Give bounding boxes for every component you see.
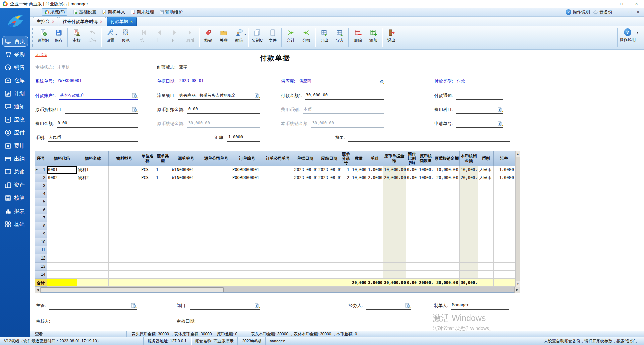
cell[interactable] <box>367 222 383 230</box>
cell[interactable] <box>351 206 367 214</box>
cell[interactable] <box>293 230 317 238</box>
cell[interactable] <box>47 198 77 206</box>
cell[interactable]: 人民币 <box>478 174 494 182</box>
cell[interactable]: 10,000.00 <box>434 166 460 174</box>
vertical-scroll-thumb[interactable] <box>516 157 520 281</box>
cell[interactable] <box>494 198 515 206</box>
toolbar-relate-button[interactable]: 关联 <box>216 27 231 43</box>
cell[interactable] <box>383 271 406 279</box>
cell[interactable] <box>155 246 171 254</box>
cell[interactable] <box>201 166 231 174</box>
column-header-16[interactable]: 预付比例(%) <box>406 151 418 166</box>
cell[interactable] <box>171 263 201 271</box>
sidebar-item-cashier[interactable]: 出纳 <box>2 154 28 164</box>
toolbar-copy-button[interactable]: 复制C <box>250 27 265 43</box>
cell[interactable] <box>171 254 201 263</box>
cell[interactable] <box>383 254 406 263</box>
cell[interactable] <box>109 222 140 230</box>
cell[interactable] <box>201 190 231 198</box>
cell[interactable] <box>406 271 418 279</box>
field-payment-account1-input[interactable]: 基本存款账户 <box>59 92 138 100</box>
cell[interactable] <box>171 246 201 254</box>
scroll-down-icon[interactable]: ▼ <box>516 282 520 287</box>
cell[interactable]: 0002 <box>47 174 77 182</box>
toolbar-settings-button[interactable]: ▼设置 <box>103 27 118 43</box>
cell[interactable]: WIN000001 <box>171 174 201 182</box>
cell[interactable] <box>406 222 418 230</box>
cell[interactable] <box>317 238 341 246</box>
cell[interactable] <box>47 230 77 238</box>
toolbar-wechat-button[interactable]: ▼微信 <box>231 27 247 43</box>
column-header-7[interactable]: 源单公司单号 <box>201 151 231 166</box>
cell[interactable] <box>383 182 406 190</box>
cell[interactable] <box>406 198 418 206</box>
sidebar-item-sales[interactable]: 销售 <box>2 62 28 73</box>
cell[interactable] <box>201 230 231 238</box>
field-creator-input[interactable]: Manager <box>451 302 509 310</box>
cell[interactable] <box>77 182 109 190</box>
cell[interactable] <box>418 263 434 271</box>
cell[interactable] <box>171 190 201 198</box>
cell[interactable] <box>263 254 293 263</box>
cell[interactable] <box>341 182 351 190</box>
cell[interactable] <box>494 254 515 263</box>
cell[interactable] <box>317 263 341 271</box>
row-number[interactable]: 9 <box>35 230 47 238</box>
cell[interactable] <box>231 182 263 190</box>
cell[interactable] <box>351 246 367 254</box>
cell[interactable] <box>263 166 293 174</box>
cell[interactable] <box>47 254 77 263</box>
cell[interactable] <box>406 214 418 222</box>
cell[interactable] <box>383 246 406 254</box>
cell[interactable] <box>201 238 231 246</box>
cell[interactable] <box>140 271 155 279</box>
cell[interactable] <box>367 198 383 206</box>
cell[interactable] <box>383 263 406 271</box>
lookup-icon[interactable] <box>379 79 384 84</box>
cell[interactable] <box>406 254 418 263</box>
cell[interactable] <box>201 263 231 271</box>
cell[interactable] <box>263 206 293 214</box>
cell[interactable] <box>263 222 293 230</box>
cell[interactable] <box>231 254 263 263</box>
cell[interactable] <box>494 271 515 279</box>
cell[interactable] <box>351 238 367 246</box>
toolbar-file-button[interactable]: 文件 <box>265 27 280 43</box>
scroll-right-icon[interactable]: ▶ <box>514 287 520 293</box>
cell[interactable] <box>351 230 367 238</box>
cell[interactable] <box>201 198 231 206</box>
field-audit-status-input[interactable]: 未审核 <box>57 64 138 71</box>
cell[interactable] <box>77 246 109 254</box>
horizontal-scrollbar[interactable]: ◀ ▶ <box>35 287 520 292</box>
cell[interactable] <box>231 271 263 279</box>
cell[interactable] <box>367 190 383 198</box>
cell[interactable] <box>109 166 140 174</box>
menu-item-base-settings[interactable]: 基础设置 <box>73 9 96 15</box>
tab-console[interactable]: 主控台× <box>33 17 58 26</box>
cell[interactable] <box>231 198 263 206</box>
cell[interactable]: 10,000.0 <box>460 166 478 174</box>
column-header-5[interactable]: 源单类型 <box>155 151 171 166</box>
vertical-scrollbar[interactable]: ▲ ▼ <box>515 151 520 287</box>
column-header-2[interactable]: 物料名称 <box>77 151 109 166</box>
field-orig-writeoff-amount-input[interactable]: 30,000.00 <box>187 120 260 128</box>
cell[interactable] <box>341 214 351 222</box>
cell[interactable] <box>406 190 418 198</box>
menu-item-period-end[interactable]: 期末处理 <box>130 9 154 15</box>
cell[interactable] <box>351 198 367 206</box>
cell[interactable] <box>367 254 383 263</box>
column-header-12[interactable]: 源单分录号 <box>341 151 351 166</box>
field-expense-account-input[interactable] <box>456 106 503 114</box>
cell[interactable] <box>231 214 263 222</box>
cell[interactable] <box>47 182 77 190</box>
column-header-14[interactable]: 单价 <box>367 151 383 166</box>
cell[interactable] <box>460 214 478 222</box>
cell[interactable] <box>231 206 263 214</box>
cell[interactable] <box>494 263 515 271</box>
cell[interactable] <box>140 230 155 238</box>
field-expense-currency-input[interactable]: 本币 <box>303 106 384 114</box>
cell[interactable] <box>263 263 293 271</box>
cell[interactable] <box>171 206 201 214</box>
cell[interactable] <box>383 222 406 230</box>
cell[interactable] <box>494 206 515 214</box>
